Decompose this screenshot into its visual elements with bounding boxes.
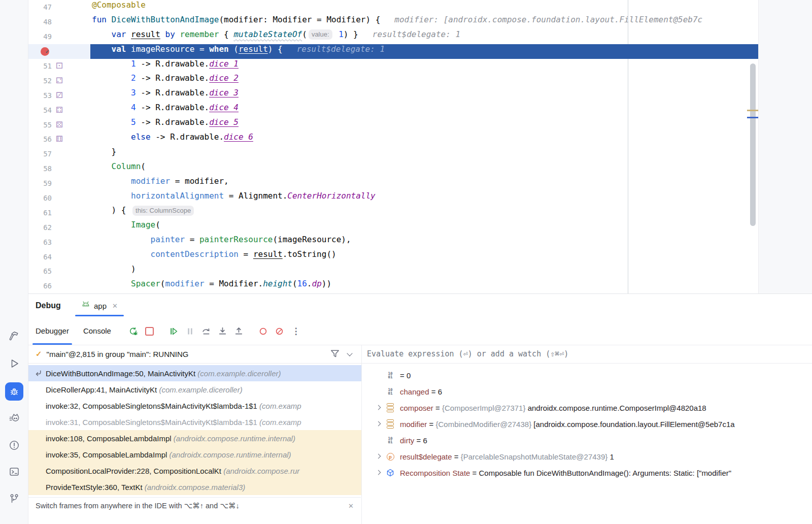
gutter-cell[interactable]: 66 — [28, 279, 90, 293]
tool-button-build[interactable] — [9, 331, 20, 342]
tool-button-terminal[interactable] — [9, 466, 20, 477]
evaluate-expression-row[interactable]: Evaluate expression (⏎) or add a watch (… — [362, 345, 812, 364]
code-text[interactable]: 3 -> R.drawable.dice_3 — [90, 88, 758, 103]
code-text[interactable]: } — [90, 147, 758, 161]
dice-5-preview-icon[interactable]: ⚄ — [52, 121, 67, 129]
code-text[interactable]: ) — [90, 264, 758, 279]
gutter-cell[interactable]: 56⚅ — [28, 132, 90, 147]
code-text[interactable]: horizontalAlignment = Alignment.CenterHo… — [90, 191, 758, 206]
gutter-cell[interactable]: 49 — [28, 29, 90, 44]
expand-chevron-icon[interactable] — [377, 471, 381, 475]
session-tab-app[interactable]: app ✕ — [75, 294, 124, 317]
gutter-cell[interactable]: 63 — [28, 235, 90, 249]
step-out-button[interactable] — [231, 323, 247, 339]
code-text[interactable]: @Composable — [90, 0, 758, 15]
variable-row[interactable]: 1001changed = 6 — [362, 383, 812, 400]
variable-row[interactable]: 1001= 0 — [362, 367, 812, 383]
gutter-cell[interactable]: 65 — [28, 264, 90, 279]
object-icon — [386, 419, 395, 429]
expand-chevron-icon[interactable] — [377, 406, 381, 410]
expand-chevron-icon[interactable] — [377, 454, 381, 458]
code-line-62: 62 Image( — [28, 220, 758, 235]
mute-breakpoints-button[interactable] — [272, 323, 287, 339]
gutter-cell[interactable]: ✓ — [28, 44, 90, 59]
code-text[interactable]: 1 -> R.drawable.dice_1 — [90, 59, 758, 74]
code-text[interactable]: fun DiceWithButtonAndImage(modifier: Mod… — [90, 15, 758, 29]
stack-frame-row[interactable]: invoke:108, ComposableLambdaImpl (androi… — [28, 430, 361, 446]
stack-frame-row[interactable]: invoke:31, ComposableSingletons$MainActi… — [28, 414, 361, 430]
gutter-cell[interactable]: 60 — [28, 191, 90, 206]
code-text[interactable]: ) { this: ColumnScope — [90, 205, 758, 220]
gutter-cell[interactable]: 52⚁ — [28, 73, 90, 88]
code-text[interactable]: val imageResource = when (result) {resul… — [90, 44, 758, 59]
tool-button-git[interactable] — [9, 493, 20, 504]
view-breakpoints-button[interactable] — [256, 323, 271, 339]
dice-4-preview-icon[interactable]: ⚃ — [52, 106, 67, 114]
gutter-cell[interactable]: 47 — [28, 0, 90, 15]
expand-chevron-icon[interactable] — [377, 422, 381, 426]
stack-frame-row[interactable]: invoke:32, ComposableSingletons$MainActi… — [28, 398, 361, 414]
gutter-cell[interactable]: 64 — [28, 249, 90, 264]
thread-status-row[interactable]: ✓ "main"@2,815 in group "main": RUNNING — [28, 345, 361, 364]
code-text[interactable]: modifier = modifier, — [90, 176, 758, 191]
gutter-cell[interactable]: 51⚀ — [28, 59, 90, 74]
code-text[interactable]: painter = painterResource(imageResource)… — [90, 235, 758, 249]
tab-console[interactable]: Console — [76, 317, 118, 345]
code-text[interactable]: else -> R.drawable.dice_6 — [90, 132, 758, 147]
tab-debugger[interactable]: Debugger — [28, 317, 76, 345]
tool-button-problems[interactable] — [9, 440, 20, 451]
gutter-cell[interactable]: 54⚃ — [28, 103, 90, 117]
code-text[interactable]: var result by remember { mutableStateOf(… — [90, 29, 758, 44]
gutter-cell[interactable]: 57 — [28, 147, 90, 161]
code-text[interactable]: 5 -> R.drawable.dice_5 — [90, 117, 758, 132]
code-text[interactable]: contentDescription = result.toString() — [90, 249, 758, 264]
code-text[interactable]: Image( — [90, 220, 758, 235]
dice-6-preview-icon[interactable]: ⚅ — [52, 135, 67, 143]
gutter-cell[interactable]: 58 — [28, 161, 90, 176]
more-button[interactable]: ⋮ — [288, 323, 303, 339]
tool-button-run[interactable] — [9, 358, 20, 369]
code-editor[interactable]: 47@Composable48fun DiceWithButtonAndImag… — [28, 0, 758, 293]
close-icon[interactable]: ✕ — [348, 502, 354, 510]
code-text[interactable]: Column( — [90, 161, 758, 176]
code-text[interactable]: Spacer(modifier = Modifier.height(16.dp)… — [90, 279, 758, 293]
stop-button[interactable] — [142, 323, 157, 339]
step-into-button[interactable] — [215, 323, 230, 339]
gutter-cell[interactable]: 53⚂ — [28, 88, 90, 103]
code-text[interactable]: 2 -> R.drawable.dice_2 — [90, 73, 758, 88]
stack-frame-row[interactable]: CompositionLocalProvider:228, Compositio… — [28, 463, 361, 479]
pause-button[interactable] — [183, 323, 198, 339]
stack-frame-row[interactable]: ProvideTextStyle:360, TextKt (androidx.c… — [28, 479, 361, 495]
variable-row[interactable]: modifier = {CombinedModifier@27438} [and… — [362, 416, 812, 432]
gutter-cell[interactable]: 59 — [28, 176, 90, 191]
gutter-cell[interactable]: 62 — [28, 220, 90, 235]
stack-frame-row[interactable]: DiceWithButtonAndImage:50, MainActivityK… — [28, 365, 361, 381]
variable-row[interactable]: Recomposition State = Composable fun Dic… — [362, 465, 812, 481]
gutter-cell[interactable]: 48 — [28, 15, 90, 29]
dice-3-preview-icon[interactable]: ⚂ — [52, 91, 67, 100]
gutter-cell[interactable]: 55⚄ — [28, 117, 90, 132]
variable-row[interactable]: presult$delegate = {ParcelableSnapshotMu… — [362, 448, 812, 465]
resume-button[interactable] — [166, 323, 182, 339]
editor-scrollbar[interactable] — [750, 63, 756, 226]
stack-frame-row[interactable]: DiceRollerApp:41, MainActivityKt (com.ex… — [28, 381, 361, 398]
chevron-down-icon[interactable] — [347, 351, 352, 356]
stack-frame-row[interactable]: invoke:35, ComposableLambdaImpl (android… — [28, 446, 361, 463]
tool-button-debug[interactable] — [5, 382, 23, 401]
filter-icon[interactable] — [330, 349, 340, 359]
close-icon[interactable]: ✕ — [112, 302, 118, 310]
variable-row[interactable]: composer = {ComposerImpl@27371} androidx… — [362, 400, 812, 416]
dice-1-preview-icon[interactable]: ⚀ — [52, 62, 67, 70]
code-line-60: 60 horizontalAlignment = Alignment.Cente… — [28, 191, 758, 206]
active-tab-underline — [75, 315, 124, 316]
code-text[interactable]: 4 -> R.drawable.dice_4 — [90, 103, 758, 117]
cube-icon — [386, 468, 395, 477]
scrollbar-caret-mark — [747, 117, 758, 118]
step-over-button[interactable] — [199, 323, 214, 339]
variable-name: changed — [400, 387, 429, 396]
variable-row[interactable]: 1001dirty = 6 — [362, 432, 812, 448]
tool-button-profiler[interactable] — [9, 413, 20, 424]
rerun-button[interactable] — [126, 323, 141, 339]
gutter-cell[interactable]: 61 — [28, 205, 90, 220]
dice-2-preview-icon[interactable]: ⚁ — [52, 77, 67, 85]
